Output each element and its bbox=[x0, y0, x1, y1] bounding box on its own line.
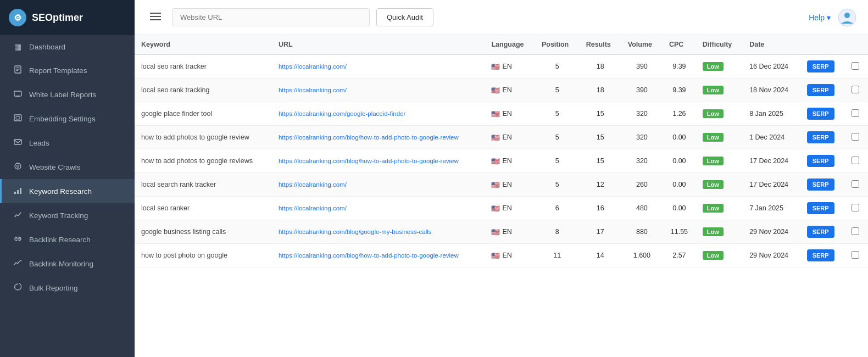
difficulty-cell: Low bbox=[696, 126, 743, 149]
sidebar-item-keyword-tracking[interactable]: Keyword Tracking bbox=[0, 203, 135, 227]
url-cell: https://localranking.com/blog/how-to-add… bbox=[272, 126, 485, 149]
serp-cell: SERP bbox=[800, 197, 845, 220]
sidebar-item-dashboard[interactable]: ▦ Dashboard bbox=[0, 35, 135, 58]
difficulty-badge: Low bbox=[703, 157, 724, 165]
serp-button[interactable]: SERP bbox=[807, 60, 834, 72]
row-checkbox[interactable] bbox=[852, 109, 859, 117]
keyword-cell: local seo rank tracking bbox=[135, 79, 272, 102]
svg-rect-9 bbox=[14, 140, 21, 144]
table-header-row: Keyword URL Language Position Results Vo… bbox=[135, 35, 868, 54]
row-checkbox[interactable] bbox=[852, 227, 859, 235]
sidebar-item-backlink-monitoring[interactable]: Backlink Monitoring bbox=[0, 252, 135, 276]
sidebar: ⚙ SEOptimer ▦ Dashboard Report Templates… bbox=[0, 0, 135, 357]
sidebar-item-label: Keyword Tracking bbox=[29, 211, 88, 220]
row-checkbox[interactable] bbox=[852, 204, 859, 211]
user-avatar-icon[interactable] bbox=[837, 8, 857, 27]
position-cell: 5 bbox=[535, 102, 580, 126]
keyword-cell: local seo ranker bbox=[135, 197, 272, 220]
url-input[interactable] bbox=[172, 8, 370, 26]
difficulty-cell: Low bbox=[696, 220, 743, 244]
embedding-icon bbox=[13, 114, 23, 124]
serp-button[interactable]: SERP bbox=[807, 84, 834, 96]
lang-cell: 🇺🇸 EN bbox=[485, 149, 535, 173]
difficulty-cell: Low bbox=[696, 197, 743, 220]
difficulty-badge: Low bbox=[703, 133, 724, 142]
col-url: URL bbox=[272, 35, 485, 54]
checkbox-cell bbox=[845, 149, 868, 173]
results-cell: 15 bbox=[580, 126, 621, 149]
col-date: Date bbox=[743, 35, 800, 54]
flag-text: 🇺🇸 EN bbox=[491, 133, 511, 142]
serp-button[interactable]: SERP bbox=[807, 131, 834, 143]
table-row: local search rank tracker https://localr… bbox=[135, 173, 868, 197]
backlink-monitoring-icon bbox=[13, 259, 23, 269]
url-cell: https://localranking.com/blog/google-my-… bbox=[272, 220, 485, 244]
cpc-cell: 1.26 bbox=[663, 102, 696, 126]
serp-button[interactable]: SERP bbox=[807, 249, 834, 261]
sidebar-item-backlink-research[interactable]: Backlink Research bbox=[0, 227, 135, 252]
row-checkbox[interactable] bbox=[852, 133, 859, 141]
results-cell: 17 bbox=[580, 220, 621, 244]
row-checkbox[interactable] bbox=[852, 251, 859, 259]
sidebar-item-label: White Label Reports bbox=[29, 91, 96, 99]
main-area: Quick Audit Help ▾ Keyword URL Language … bbox=[135, 0, 868, 357]
lang-cell: 🇺🇸 EN bbox=[485, 173, 535, 197]
lang-label: EN bbox=[502, 86, 511, 94]
sidebar-item-white-label[interactable]: White Label Reports bbox=[0, 82, 135, 107]
flag-text: 🇺🇸 EN bbox=[491, 204, 511, 213]
checkbox-cell bbox=[845, 102, 868, 126]
table-row: google place finder tool https://localra… bbox=[135, 102, 868, 126]
col-position: Position bbox=[535, 35, 580, 54]
help-button[interactable]: Help ▾ bbox=[809, 13, 831, 22]
difficulty-cell: Low bbox=[696, 244, 743, 267]
sidebar-item-bulk-reporting[interactable]: Bulk Reporting bbox=[0, 276, 135, 300]
position-cell: 5 bbox=[535, 173, 580, 197]
results-cell: 15 bbox=[580, 149, 621, 173]
keyword-research-icon bbox=[13, 186, 23, 196]
serp-button[interactable]: SERP bbox=[807, 226, 834, 238]
svg-rect-7 bbox=[14, 115, 21, 121]
hamburger-button[interactable] bbox=[146, 9, 165, 26]
table-row: how to add photos to google reviews http… bbox=[135, 149, 868, 173]
date-cell: 29 Nov 2024 bbox=[743, 244, 800, 267]
header: Quick Audit Help ▾ bbox=[135, 0, 868, 35]
row-checkbox[interactable] bbox=[852, 180, 859, 188]
position-cell: 5 bbox=[535, 126, 580, 149]
serp-button[interactable]: SERP bbox=[807, 202, 834, 214]
serp-button[interactable]: SERP bbox=[807, 108, 834, 120]
flag-text: 🇺🇸 EN bbox=[491, 252, 511, 260]
cpc-cell: 0.00 bbox=[663, 197, 696, 220]
row-checkbox[interactable] bbox=[852, 86, 859, 93]
flag-icon: 🇺🇸 bbox=[491, 86, 500, 94]
volume-cell: 320 bbox=[621, 126, 663, 149]
checkbox-cell bbox=[845, 126, 868, 149]
position-cell: 8 bbox=[535, 220, 580, 244]
checkbox-cell bbox=[845, 220, 868, 244]
svg-rect-14 bbox=[14, 192, 16, 194]
quick-audit-button[interactable]: Quick Audit bbox=[376, 8, 433, 26]
date-cell: 16 Dec 2024 bbox=[743, 54, 800, 79]
volume-cell: 390 bbox=[621, 54, 663, 79]
serp-button[interactable]: SERP bbox=[807, 155, 834, 167]
serp-cell: SERP bbox=[800, 173, 845, 197]
difficulty-badge: Low bbox=[703, 86, 724, 94]
checkbox-cell bbox=[845, 244, 868, 267]
row-checkbox[interactable] bbox=[852, 62, 859, 70]
sidebar-item-website-crawls[interactable]: Website Crawls bbox=[0, 155, 135, 179]
lang-label: EN bbox=[502, 181, 511, 188]
sidebar-item-keyword-research[interactable]: Keyword Research bbox=[0, 179, 135, 203]
sidebar-item-report-templates[interactable]: Report Templates bbox=[0, 58, 135, 82]
sidebar-item-embedding[interactable]: Embedding Settings bbox=[0, 107, 135, 131]
serp-cell: SERP bbox=[800, 149, 845, 173]
keyword-cell: how to add photos to google reviews bbox=[135, 149, 272, 173]
cpc-cell: 0.00 bbox=[663, 126, 696, 149]
sidebar-logo: ⚙ SEOptimer bbox=[0, 0, 135, 35]
flag-text: 🇺🇸 EN bbox=[491, 110, 511, 118]
date-cell: 18 Nov 2024 bbox=[743, 79, 800, 102]
sidebar-item-label: Dashboard bbox=[29, 43, 65, 51]
serp-button[interactable]: SERP bbox=[807, 178, 834, 191]
date-cell: 1 Dec 2024 bbox=[743, 126, 800, 149]
row-checkbox[interactable] bbox=[852, 157, 859, 164]
sidebar-item-leads[interactable]: Leads bbox=[0, 131, 135, 155]
flag-icon: 🇺🇸 bbox=[491, 133, 500, 142]
